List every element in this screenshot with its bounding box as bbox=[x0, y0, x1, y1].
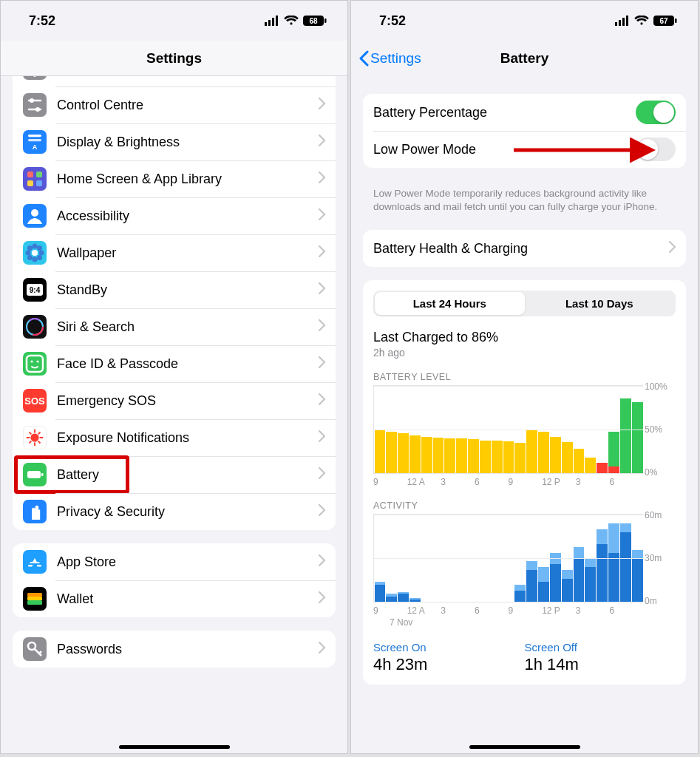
battery-percentage-row[interactable]: Battery Percentage bbox=[363, 94, 686, 131]
hand-icon bbox=[23, 500, 47, 523]
page-title: Battery bbox=[500, 50, 548, 67]
row-label: Battery Percentage bbox=[373, 105, 636, 120]
svg-rect-24 bbox=[36, 172, 42, 177]
svg-text:67: 67 bbox=[659, 17, 668, 25]
battery-percentage-toggle[interactable] bbox=[636, 101, 676, 124]
battery-icon bbox=[23, 463, 47, 486]
settings-row-gear[interactable]: General bbox=[13, 76, 336, 86]
settings-list[interactable]: GeneralControl CentreADisplay & Brightne… bbox=[1, 76, 347, 753]
svg-point-36 bbox=[27, 255, 33, 260]
cellular-icon bbox=[615, 16, 630, 26]
settings-screen: 7:52 68 Settings GeneralControl CentreAD… bbox=[0, 0, 348, 754]
svg-rect-70 bbox=[675, 18, 677, 23]
settings-row-siri[interactable]: Siri & Search bbox=[13, 308, 336, 345]
row-label: Face ID & Passcode bbox=[57, 356, 319, 372]
x-axis-level: 912 A36912 P36 bbox=[373, 477, 643, 487]
wallet-icon bbox=[23, 587, 47, 611]
wifi-icon bbox=[284, 16, 299, 26]
chevron-right-icon bbox=[319, 356, 325, 372]
appstore-icon bbox=[23, 550, 47, 574]
svg-point-44 bbox=[36, 360, 38, 362]
faceid-icon bbox=[23, 352, 47, 376]
svg-point-43 bbox=[30, 360, 33, 362]
battery-status-icon: 67 bbox=[653, 16, 677, 26]
sos-icon: SOS bbox=[23, 389, 47, 413]
settings-row-sos[interactable]: SOSEmergency SOS bbox=[13, 382, 336, 419]
chevron-right-icon bbox=[319, 208, 325, 224]
segment-24h[interactable]: Last 24 Hours bbox=[375, 292, 525, 315]
battery-status-icon: 68 bbox=[303, 16, 327, 26]
svg-point-29 bbox=[33, 244, 38, 249]
svg-rect-2 bbox=[272, 18, 274, 26]
svg-rect-42 bbox=[27, 356, 43, 372]
sun-icon: A bbox=[23, 130, 47, 154]
row-label: Battery bbox=[57, 467, 319, 483]
settings-row-person[interactable]: Accessibility bbox=[13, 197, 336, 234]
person-icon bbox=[23, 204, 47, 228]
row-label: Accessibility bbox=[57, 208, 319, 224]
last-charged-sub: 2h ago bbox=[373, 347, 676, 359]
battery-health-row[interactable]: Battery Health & Charging bbox=[363, 230, 686, 267]
stat-label: Screen On bbox=[373, 641, 525, 654]
settings-row-flower[interactable]: Wallpaper bbox=[13, 234, 336, 271]
settings-row-appstore[interactable]: App Store bbox=[13, 543, 336, 580]
svg-line-53 bbox=[38, 432, 41, 435]
row-label: Exposure Notifications bbox=[57, 430, 319, 446]
svg-rect-61 bbox=[27, 600, 42, 605]
row-label: Low Power Mode bbox=[373, 142, 636, 157]
settings-row-virus[interactable]: Exposure Notifications bbox=[13, 419, 336, 456]
page-title: Settings bbox=[146, 50, 202, 67]
home-indicator[interactable] bbox=[119, 745, 230, 749]
time-range-segmented[interactable]: Last 24 Hours Last 10 Days bbox=[373, 291, 676, 316]
settings-row-sun[interactable]: ADisplay & Brightness bbox=[13, 123, 336, 160]
svg-line-52 bbox=[38, 441, 41, 444]
settings-row-hand[interactable]: Privacy & Security bbox=[13, 493, 336, 530]
back-button[interactable]: Settings bbox=[359, 41, 421, 76]
wifi-icon bbox=[634, 16, 649, 26]
settings-row-wallet[interactable]: Wallet bbox=[13, 580, 336, 617]
home-indicator[interactable] bbox=[469, 745, 580, 749]
chevron-right-icon bbox=[319, 393, 325, 409]
svg-rect-58 bbox=[37, 565, 41, 566]
svg-line-54 bbox=[30, 441, 32, 444]
status-bar: 7:52 68 bbox=[1, 1, 347, 41]
chevron-right-icon bbox=[319, 467, 325, 483]
settings-row-faceid[interactable]: Face ID & Passcode bbox=[13, 345, 336, 382]
stat-value: 4h 23m bbox=[373, 655, 525, 674]
grid-icon bbox=[23, 167, 47, 191]
chevron-left-icon bbox=[359, 50, 369, 67]
svg-text:9:4: 9:4 bbox=[30, 286, 41, 294]
svg-rect-26 bbox=[36, 180, 42, 186]
settings-row-key[interactable]: Passwords bbox=[13, 631, 336, 668]
gear-icon bbox=[23, 76, 47, 80]
settings-row-battery[interactable]: Battery bbox=[13, 456, 336, 493]
svg-point-32 bbox=[39, 251, 44, 256]
row-label: Privacy & Security bbox=[57, 504, 319, 520]
settings-row-clock[interactable]: 9:4StandBy bbox=[13, 271, 336, 308]
settings-row-grid[interactable]: Home Screen & App Library bbox=[13, 160, 336, 197]
svg-point-28 bbox=[32, 250, 38, 256]
svg-rect-55 bbox=[27, 471, 41, 478]
low-power-mode-toggle[interactable] bbox=[636, 138, 676, 161]
svg-rect-57 bbox=[28, 565, 33, 566]
svg-rect-56 bbox=[41, 473, 44, 476]
row-label: Siri & Search bbox=[57, 319, 319, 335]
chevron-right-icon bbox=[319, 98, 325, 113]
svg-point-18 bbox=[30, 98, 34, 103]
chevron-right-icon bbox=[319, 642, 325, 657]
svg-line-51 bbox=[30, 432, 32, 435]
segment-10d[interactable]: Last 10 Days bbox=[525, 292, 675, 315]
row-label: Emergency SOS bbox=[57, 393, 319, 409]
navbar: Settings Battery bbox=[351, 41, 698, 76]
settings-row-sliders[interactable]: Control Centre bbox=[13, 86, 336, 123]
svg-point-33 bbox=[27, 245, 33, 251]
flower-icon bbox=[23, 241, 47, 265]
chevron-right-icon bbox=[319, 282, 325, 298]
low-power-mode-row[interactable]: Low Power Mode bbox=[363, 131, 686, 168]
svg-rect-25 bbox=[27, 180, 33, 186]
svg-rect-66 bbox=[619, 20, 621, 26]
svg-rect-5 bbox=[324, 18, 327, 23]
chevron-right-icon bbox=[319, 319, 325, 335]
back-label: Settings bbox=[370, 50, 421, 67]
battery-content[interactable]: Battery PercentageLow Power Mode Low Pow… bbox=[351, 76, 698, 753]
